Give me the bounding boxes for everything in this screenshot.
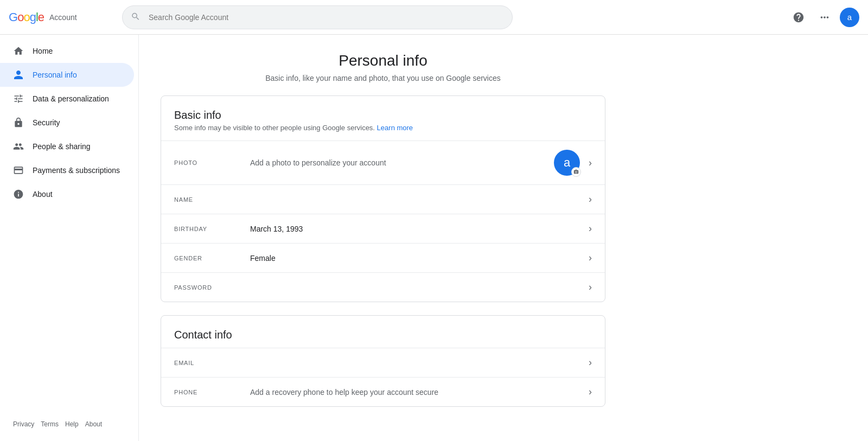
sidebar-item-payments[interactable]: Payments & subscriptions: [0, 158, 134, 182]
basic-info-card: Basic info Some info may be visible to o…: [161, 95, 605, 302]
sidebar-label-home: Home: [33, 47, 53, 55]
info-icon: [13, 189, 24, 200]
account-label: Account: [49, 13, 77, 22]
sidebar-item-about[interactable]: About: [0, 182, 134, 206]
page-title: Personal info: [161, 52, 605, 69]
contact-info-header: Contact info: [161, 316, 605, 348]
sidebar-footer: Privacy Terms Help About: [0, 412, 138, 437]
sidebar-label-personal-info: Personal info: [33, 71, 77, 79]
sidebar-item-personal-info[interactable]: Personal info: [0, 63, 134, 87]
app-header: Google Account a: [0, 0, 868, 35]
phone-arrow-icon: ›: [589, 386, 592, 398]
email-label: EMAIL: [174, 360, 250, 366]
password-label: PASSWORD: [174, 284, 250, 291]
photo-label: PHOTO: [174, 159, 250, 166]
google-logo: Google: [9, 10, 44, 24]
birthday-row[interactable]: BIRTHDAY March 13, 1993 ›: [161, 214, 605, 243]
google-account-logo[interactable]: Google Account: [9, 10, 109, 24]
sidebar-item-people-sharing[interactable]: People & sharing: [0, 135, 134, 158]
email-row[interactable]: EMAIL ›: [161, 348, 605, 377]
name-label: NAME: [174, 196, 250, 203]
contact-info-card: Contact info EMAIL › PHONE Add a recover…: [161, 315, 605, 407]
help-button[interactable]: [788, 7, 809, 28]
footer-help[interactable]: Help: [65, 420, 79, 428]
credit-card-icon: [13, 165, 24, 176]
phone-value: Add a recovery phone to help keep your a…: [250, 388, 584, 397]
sidebar-label-people: People & sharing: [33, 142, 91, 151]
phone-label: PHONE: [174, 389, 250, 395]
sidebar-label-payments: Payments & subscriptions: [33, 166, 120, 175]
name-row[interactable]: NAME ›: [161, 184, 605, 214]
profile-photo-avatar: a: [554, 150, 580, 176]
birthday-arrow-icon: ›: [589, 223, 592, 234]
basic-info-subtitle: Some info may be visible to other people…: [174, 124, 592, 132]
search-icon: [131, 11, 141, 23]
password-row[interactable]: PASSWORD ›: [161, 272, 605, 302]
birthday-label: BIRTHDAY: [174, 226, 250, 232]
tune-icon: [13, 93, 24, 104]
email-arrow-icon: ›: [589, 357, 592, 368]
sidebar: Home Personal info Data & personalizatio…: [0, 35, 139, 441]
basic-info-header: Basic info Some info may be visible to o…: [161, 96, 605, 140]
lock-icon: [13, 117, 24, 128]
learn-more-link[interactable]: Learn more: [377, 124, 413, 132]
sidebar-label-about: About: [33, 190, 53, 199]
photo-row[interactable]: PHOTO Add a photo to personalize your ac…: [161, 140, 605, 184]
password-arrow-icon: ›: [589, 282, 592, 293]
photo-desc: Add a photo to personalize your account: [250, 158, 554, 167]
footer-privacy[interactable]: Privacy: [13, 420, 34, 428]
name-arrow-icon: ›: [589, 194, 592, 205]
search-bar: [122, 5, 513, 29]
gender-value: Female: [250, 254, 584, 263]
phone-row[interactable]: PHONE Add a recovery phone to help keep …: [161, 377, 605, 406]
footer-terms[interactable]: Terms: [41, 420, 59, 428]
user-avatar-button[interactable]: a: [840, 8, 859, 27]
sidebar-item-home[interactable]: Home: [0, 39, 134, 63]
birthday-value: March 13, 1993: [250, 225, 584, 233]
sidebar-item-security[interactable]: Security: [0, 111, 134, 135]
camera-badge-icon: [571, 167, 581, 177]
main-content: Personal info Basic info, like your name…: [139, 35, 627, 441]
gender-label: GENDER: [174, 255, 250, 261]
search-input[interactable]: [122, 5, 513, 29]
header-actions: a: [788, 7, 859, 28]
sidebar-item-data-personalization[interactable]: Data & personalization: [0, 87, 134, 111]
footer-about[interactable]: About: [85, 420, 102, 428]
page-header: Personal info Basic info, like your name…: [161, 52, 605, 82]
page-subtitle: Basic info, like your name and photo, th…: [161, 74, 605, 82]
person-icon: [13, 69, 24, 80]
gender-row[interactable]: GENDER Female ›: [161, 243, 605, 272]
photo-arrow-icon: ›: [589, 157, 592, 169]
page-layout: Home Personal info Data & personalizatio…: [0, 35, 868, 441]
sidebar-label-data: Data & personalization: [33, 94, 109, 103]
sidebar-label-security: Security: [33, 118, 60, 127]
people-icon: [13, 141, 24, 152]
apps-button[interactable]: [814, 7, 835, 28]
gender-arrow-icon: ›: [589, 252, 592, 264]
basic-info-title: Basic info: [174, 109, 592, 122]
home-icon: [13, 46, 24, 56]
contact-info-title: Contact info: [174, 329, 592, 341]
